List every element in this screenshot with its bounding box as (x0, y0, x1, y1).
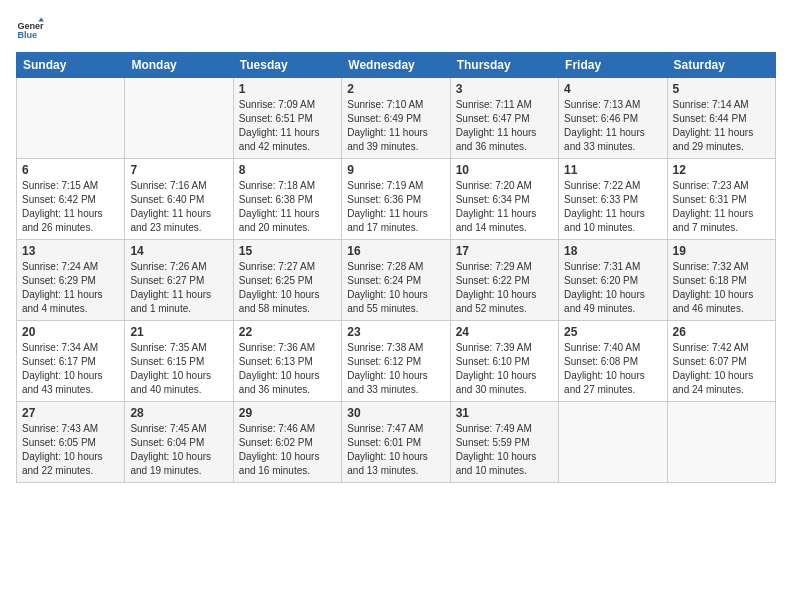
day-number: 16 (347, 244, 444, 258)
day-info: Sunrise: 7:42 AMSunset: 6:07 PMDaylight:… (673, 341, 770, 397)
day-info: Sunrise: 7:29 AMSunset: 6:22 PMDaylight:… (456, 260, 553, 316)
day-info: Sunrise: 7:32 AMSunset: 6:18 PMDaylight:… (673, 260, 770, 316)
calendar-day-cell: 20Sunrise: 7:34 AMSunset: 6:17 PMDayligh… (17, 321, 125, 402)
calendar-day-cell: 30Sunrise: 7:47 AMSunset: 6:01 PMDayligh… (342, 402, 450, 483)
calendar-day-cell: 7Sunrise: 7:16 AMSunset: 6:40 PMDaylight… (125, 159, 233, 240)
day-info: Sunrise: 7:40 AMSunset: 6:08 PMDaylight:… (564, 341, 661, 397)
day-info: Sunrise: 7:45 AMSunset: 6:04 PMDaylight:… (130, 422, 227, 478)
day-number: 19 (673, 244, 770, 258)
day-info: Sunrise: 7:14 AMSunset: 6:44 PMDaylight:… (673, 98, 770, 154)
calendar-day-cell: 5Sunrise: 7:14 AMSunset: 6:44 PMDaylight… (667, 78, 775, 159)
calendar-week-row: 20Sunrise: 7:34 AMSunset: 6:17 PMDayligh… (17, 321, 776, 402)
logo: General Blue (16, 16, 48, 44)
day-number: 13 (22, 244, 119, 258)
calendar-day-cell: 21Sunrise: 7:35 AMSunset: 6:15 PMDayligh… (125, 321, 233, 402)
day-info: Sunrise: 7:27 AMSunset: 6:25 PMDaylight:… (239, 260, 336, 316)
logo-icon: General Blue (16, 16, 44, 44)
calendar-week-row: 1Sunrise: 7:09 AMSunset: 6:51 PMDaylight… (17, 78, 776, 159)
day-info: Sunrise: 7:24 AMSunset: 6:29 PMDaylight:… (22, 260, 119, 316)
calendar-header-cell: Wednesday (342, 53, 450, 78)
day-number: 20 (22, 325, 119, 339)
day-number: 25 (564, 325, 661, 339)
day-number: 29 (239, 406, 336, 420)
day-info: Sunrise: 7:36 AMSunset: 6:13 PMDaylight:… (239, 341, 336, 397)
calendar-day-cell: 1Sunrise: 7:09 AMSunset: 6:51 PMDaylight… (233, 78, 341, 159)
calendar-day-cell: 11Sunrise: 7:22 AMSunset: 6:33 PMDayligh… (559, 159, 667, 240)
page-header: General Blue (16, 16, 776, 44)
calendar-week-row: 6Sunrise: 7:15 AMSunset: 6:42 PMDaylight… (17, 159, 776, 240)
calendar-day-cell: 25Sunrise: 7:40 AMSunset: 6:08 PMDayligh… (559, 321, 667, 402)
calendar-day-cell: 10Sunrise: 7:20 AMSunset: 6:34 PMDayligh… (450, 159, 558, 240)
day-info: Sunrise: 7:46 AMSunset: 6:02 PMDaylight:… (239, 422, 336, 478)
day-info: Sunrise: 7:34 AMSunset: 6:17 PMDaylight:… (22, 341, 119, 397)
calendar-day-cell (17, 78, 125, 159)
calendar-header-cell: Thursday (450, 53, 558, 78)
day-info: Sunrise: 7:35 AMSunset: 6:15 PMDaylight:… (130, 341, 227, 397)
calendar-header-cell: Monday (125, 53, 233, 78)
day-number: 22 (239, 325, 336, 339)
day-number: 6 (22, 163, 119, 177)
day-info: Sunrise: 7:49 AMSunset: 5:59 PMDaylight:… (456, 422, 553, 478)
calendar-day-cell: 28Sunrise: 7:45 AMSunset: 6:04 PMDayligh… (125, 402, 233, 483)
calendar-day-cell: 27Sunrise: 7:43 AMSunset: 6:05 PMDayligh… (17, 402, 125, 483)
day-number: 10 (456, 163, 553, 177)
day-number: 26 (673, 325, 770, 339)
calendar-day-cell: 24Sunrise: 7:39 AMSunset: 6:10 PMDayligh… (450, 321, 558, 402)
calendar-week-row: 27Sunrise: 7:43 AMSunset: 6:05 PMDayligh… (17, 402, 776, 483)
calendar-header-cell: Saturday (667, 53, 775, 78)
calendar-day-cell: 31Sunrise: 7:49 AMSunset: 5:59 PMDayligh… (450, 402, 558, 483)
calendar-day-cell: 12Sunrise: 7:23 AMSunset: 6:31 PMDayligh… (667, 159, 775, 240)
calendar-day-cell: 4Sunrise: 7:13 AMSunset: 6:46 PMDaylight… (559, 78, 667, 159)
calendar-day-cell: 26Sunrise: 7:42 AMSunset: 6:07 PMDayligh… (667, 321, 775, 402)
day-info: Sunrise: 7:19 AMSunset: 6:36 PMDaylight:… (347, 179, 444, 235)
day-number: 4 (564, 82, 661, 96)
day-info: Sunrise: 7:20 AMSunset: 6:34 PMDaylight:… (456, 179, 553, 235)
day-info: Sunrise: 7:22 AMSunset: 6:33 PMDaylight:… (564, 179, 661, 235)
day-info: Sunrise: 7:18 AMSunset: 6:38 PMDaylight:… (239, 179, 336, 235)
day-number: 9 (347, 163, 444, 177)
calendar-day-cell: 23Sunrise: 7:38 AMSunset: 6:12 PMDayligh… (342, 321, 450, 402)
day-info: Sunrise: 7:10 AMSunset: 6:49 PMDaylight:… (347, 98, 444, 154)
day-info: Sunrise: 7:47 AMSunset: 6:01 PMDaylight:… (347, 422, 444, 478)
day-number: 30 (347, 406, 444, 420)
calendar-day-cell: 17Sunrise: 7:29 AMSunset: 6:22 PMDayligh… (450, 240, 558, 321)
day-info: Sunrise: 7:15 AMSunset: 6:42 PMDaylight:… (22, 179, 119, 235)
calendar-day-cell: 16Sunrise: 7:28 AMSunset: 6:24 PMDayligh… (342, 240, 450, 321)
day-info: Sunrise: 7:26 AMSunset: 6:27 PMDaylight:… (130, 260, 227, 316)
calendar-day-cell: 3Sunrise: 7:11 AMSunset: 6:47 PMDaylight… (450, 78, 558, 159)
day-number: 1 (239, 82, 336, 96)
calendar-day-cell (125, 78, 233, 159)
day-number: 24 (456, 325, 553, 339)
calendar-week-row: 13Sunrise: 7:24 AMSunset: 6:29 PMDayligh… (17, 240, 776, 321)
day-info: Sunrise: 7:13 AMSunset: 6:46 PMDaylight:… (564, 98, 661, 154)
calendar-day-cell: 29Sunrise: 7:46 AMSunset: 6:02 PMDayligh… (233, 402, 341, 483)
calendar-day-cell: 18Sunrise: 7:31 AMSunset: 6:20 PMDayligh… (559, 240, 667, 321)
calendar-header-cell: Friday (559, 53, 667, 78)
day-number: 11 (564, 163, 661, 177)
calendar-day-cell: 9Sunrise: 7:19 AMSunset: 6:36 PMDaylight… (342, 159, 450, 240)
calendar-header-cell: Sunday (17, 53, 125, 78)
day-number: 28 (130, 406, 227, 420)
day-info: Sunrise: 7:28 AMSunset: 6:24 PMDaylight:… (347, 260, 444, 316)
day-number: 7 (130, 163, 227, 177)
day-info: Sunrise: 7:39 AMSunset: 6:10 PMDaylight:… (456, 341, 553, 397)
day-info: Sunrise: 7:11 AMSunset: 6:47 PMDaylight:… (456, 98, 553, 154)
calendar-day-cell (559, 402, 667, 483)
svg-text:Blue: Blue (17, 30, 37, 40)
day-number: 18 (564, 244, 661, 258)
day-info: Sunrise: 7:31 AMSunset: 6:20 PMDaylight:… (564, 260, 661, 316)
calendar-day-cell: 14Sunrise: 7:26 AMSunset: 6:27 PMDayligh… (125, 240, 233, 321)
day-number: 8 (239, 163, 336, 177)
calendar-day-cell (667, 402, 775, 483)
day-info: Sunrise: 7:09 AMSunset: 6:51 PMDaylight:… (239, 98, 336, 154)
svg-marker-2 (38, 17, 44, 21)
day-number: 15 (239, 244, 336, 258)
calendar-day-cell: 8Sunrise: 7:18 AMSunset: 6:38 PMDaylight… (233, 159, 341, 240)
calendar-table: SundayMondayTuesdayWednesdayThursdayFrid… (16, 52, 776, 483)
calendar-header-row: SundayMondayTuesdayWednesdayThursdayFrid… (17, 53, 776, 78)
calendar-body: 1Sunrise: 7:09 AMSunset: 6:51 PMDaylight… (17, 78, 776, 483)
calendar-day-cell: 22Sunrise: 7:36 AMSunset: 6:13 PMDayligh… (233, 321, 341, 402)
calendar-day-cell: 19Sunrise: 7:32 AMSunset: 6:18 PMDayligh… (667, 240, 775, 321)
svg-text:General: General (17, 21, 44, 31)
day-number: 31 (456, 406, 553, 420)
